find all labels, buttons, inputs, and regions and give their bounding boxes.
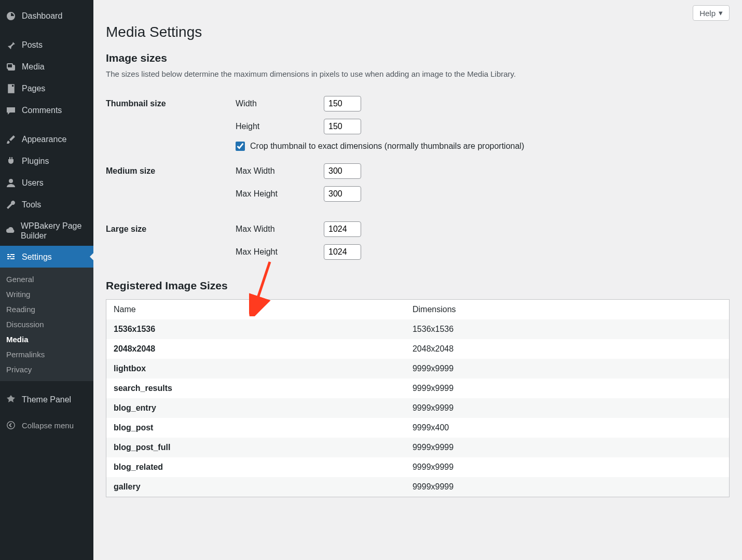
size-name: gallery (106, 477, 405, 497)
size-dimensions: 9999x9999 (405, 359, 730, 379)
medium-width-label: Max Width (236, 166, 324, 176)
thumbnail-crop-checkbox[interactable] (236, 142, 245, 151)
svg-point-2 (7, 422, 15, 429)
collapse-menu[interactable]: Collapse menu (0, 414, 93, 436)
size-name: blog_post (106, 418, 405, 438)
sidebar-item-label: Theme Panel (22, 395, 71, 404)
media-icon (5, 61, 17, 73)
submenu-privacy[interactable]: Privacy (0, 362, 93, 377)
size-name: blog_entry (106, 398, 405, 418)
sidebar-item-label: Settings (22, 252, 52, 262)
size-dimensions: 1536x1536 (405, 319, 730, 339)
sidebar-item-tools[interactable]: Tools (0, 194, 93, 216)
pin-icon (5, 39, 17, 51)
registered-sizes-heading: Registered Image Sizes (106, 279, 730, 292)
sidebar-item-settings[interactable]: Settings (0, 246, 93, 268)
sidebar-item-appearance[interactable]: Appearance (0, 129, 93, 150)
large-height-input[interactable] (324, 244, 361, 260)
admin-sidebar: Dashboard Posts Media Pages Comments App… (0, 0, 93, 560)
table-row: blog_post_full9999x9999 (106, 438, 730, 457)
thumbnail-width-label: Width (236, 99, 324, 108)
chevron-down-icon: ▾ (719, 8, 723, 18)
thumbnail-height-label: Height (236, 122, 324, 131)
sidebar-item-label: Media (22, 62, 45, 72)
sliders-icon (5, 251, 17, 262)
size-name: lightbox (106, 359, 405, 379)
size-dimensions: 9999x400 (405, 418, 730, 438)
sidebar-item-wpbakery[interactable]: WPBakery Page Builder (0, 216, 93, 246)
theme-icon (5, 394, 17, 405)
submenu-general[interactable]: General (0, 272, 93, 287)
image-sizes-heading: Image sizes (106, 52, 730, 64)
image-sizes-desc: The sizes listed below determine the max… (106, 69, 730, 78)
thumbnail-crop-label: Crop thumbnail to exact dimensions (norm… (250, 142, 524, 151)
sidebar-item-dashboard[interactable]: Dashboard (0, 5, 93, 27)
sidebar-item-pages[interactable]: Pages (0, 78, 93, 100)
submenu-writing[interactable]: Writing (0, 287, 93, 302)
sidebar-item-label: WPBakery Page Builder (21, 221, 88, 241)
sidebar-item-comments[interactable]: Comments (0, 100, 93, 121)
table-row: blog_related9999x9999 (106, 457, 730, 477)
medium-height-input[interactable] (324, 186, 361, 202)
large-width-label: Max Width (236, 225, 324, 234)
thumbnail-width-input[interactable] (324, 96, 361, 111)
sidebar-item-label: Tools (22, 200, 41, 209)
sidebar-item-label: Dashboard (22, 11, 62, 21)
submenu-reading[interactable]: Reading (0, 302, 93, 317)
size-dimensions: 9999x9999 (405, 438, 730, 457)
brush-icon (5, 134, 17, 145)
help-label: Help (699, 9, 716, 18)
comment-icon (5, 105, 17, 116)
table-row: 1536x15361536x1536 (106, 319, 730, 339)
sidebar-item-label: Users (22, 178, 44, 188)
table-row: blog_entry9999x9999 (106, 398, 730, 418)
cloud-icon (5, 225, 16, 236)
sidebar-item-label: Pages (22, 83, 45, 93)
sidebar-item-users[interactable]: Users (0, 172, 93, 194)
large-width-input[interactable] (324, 221, 361, 237)
collapse-label: Collapse menu (22, 421, 74, 430)
submenu-discussion[interactable]: Discussion (0, 317, 93, 332)
thumbnail-height-input[interactable] (324, 119, 361, 134)
user-icon (5, 177, 17, 189)
table-row: 2048x20482048x2048 (106, 339, 730, 359)
large-size-label: Large size (106, 215, 236, 273)
table-row: gallery9999x9999 (106, 477, 730, 497)
table-row: blog_post9999x400 (106, 418, 730, 438)
sidebar-item-label: Comments (22, 105, 62, 115)
size-dimensions: 9999x9999 (405, 398, 730, 418)
sidebar-item-label: Appearance (22, 134, 66, 144)
pages-icon (5, 83, 17, 94)
sidebar-item-plugins[interactable]: Plugins (0, 150, 93, 172)
wrench-icon (5, 199, 17, 211)
content-body: Help ▾ Media Settings Image sizes The si… (93, 0, 742, 560)
col-name: Name (106, 300, 405, 320)
submenu-permalinks[interactable]: Permalinks (0, 347, 93, 362)
size-dimensions: 9999x9999 (405, 457, 730, 477)
sidebar-item-posts[interactable]: Posts (0, 34, 93, 56)
page-title: Media Settings (106, 24, 730, 40)
size-name: 1536x1536 (106, 319, 405, 339)
table-row: search_results9999x9999 (106, 379, 730, 398)
col-dimensions: Dimensions (405, 300, 730, 320)
thumbnail-size-label: Thumbnail size (106, 90, 236, 157)
size-name: blog_related (106, 457, 405, 477)
svg-point-1 (9, 179, 13, 183)
size-dimensions: 9999x9999 (405, 477, 730, 497)
settings-submenu: General Writing Reading Discussion Media… (0, 268, 93, 381)
medium-size-label: Medium size (106, 157, 236, 215)
sidebar-item-label: Plugins (22, 156, 49, 166)
medium-width-input[interactable] (324, 163, 361, 179)
collapse-icon (5, 419, 17, 431)
medium-height-label: Max Height (236, 189, 324, 199)
sidebar-item-media[interactable]: Media (0, 56, 93, 78)
size-name: search_results (106, 379, 405, 398)
help-tab[interactable]: Help ▾ (693, 5, 730, 21)
size-dimensions: 9999x9999 (405, 379, 730, 398)
submenu-media[interactable]: Media (0, 332, 93, 347)
size-name: 2048x2048 (106, 339, 405, 359)
sidebar-item-theme-panel[interactable]: Theme Panel (0, 388, 93, 410)
sidebar-item-label: Posts (22, 40, 43, 50)
table-row: lightbox9999x9999 (106, 359, 730, 379)
registered-sizes-table: Name Dimensions 1536x15361536x15362048x2… (106, 299, 730, 497)
